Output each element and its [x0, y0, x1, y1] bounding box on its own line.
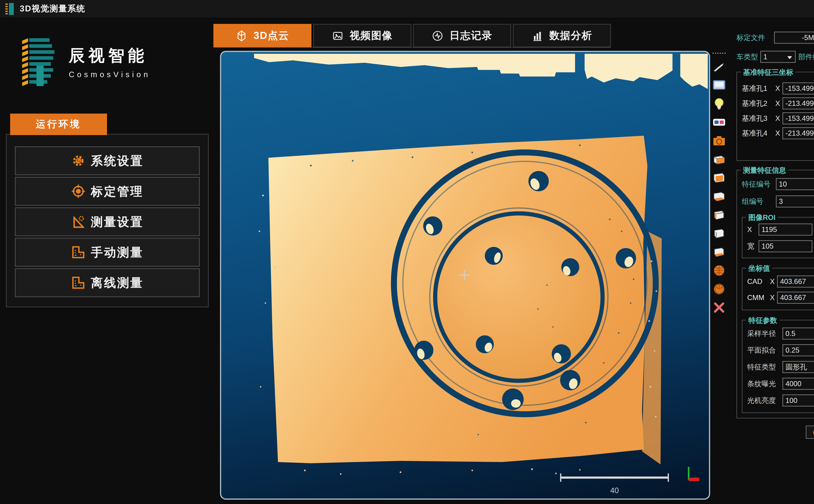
- cube-view-5-icon[interactable]: [712, 226, 727, 240]
- datum3-x-input[interactable]: [782, 112, 814, 124]
- env-tab[interactable]: 运行环境: [10, 114, 107, 135]
- activity-icon: [432, 30, 443, 42]
- sample-radius-input[interactable]: [782, 328, 814, 339]
- tab-3d-pointcloud[interactable]: 3D点云: [213, 24, 311, 47]
- tab-video-image[interactable]: 视频图像: [313, 24, 411, 47]
- tab-data-analysis[interactable]: 数据分析: [513, 24, 611, 47]
- setsquare-gear-icon: [71, 215, 85, 229]
- param-label: 条纹曝光: [747, 379, 779, 389]
- add-button[interactable]: 增加: [806, 426, 814, 439]
- param-label: 平面拟合: [747, 345, 779, 355]
- gear-wrench-icon: [71, 154, 85, 168]
- param-label: 光机亮度: [747, 395, 779, 406]
- fringe-exposure-input[interactable]: [782, 378, 814, 390]
- app-title: 3D视觉测量系统: [20, 4, 85, 14]
- voxel-sphere-1-icon[interactable]: [712, 263, 727, 277]
- roi-group-title: 图像ROI: [746, 213, 778, 223]
- sidebar-item-label: 手动测量: [91, 244, 143, 260]
- viewport-toolbar: [710, 53, 728, 314]
- ruler-icon: [71, 245, 85, 259]
- group-no-input[interactable]: [776, 196, 814, 207]
- parameters-panel: 标定文件 加载文件 车类型 1 部件编号 1 滑框编号 1 基准特征三坐标 基准…: [737, 24, 814, 439]
- datum1-x-input[interactable]: [782, 83, 814, 94]
- tab-label: 视频图像: [350, 29, 393, 42]
- cube-view-3-icon[interactable]: [712, 189, 727, 203]
- toolbar-drag-handle[interactable]: [713, 53, 726, 54]
- cube-view-1-icon[interactable]: [712, 152, 727, 166]
- datum-group: 基准特征三坐标 基准孔1 X Y Z 基准孔2 X Y Z 基准孔3 X Y Z…: [737, 72, 814, 161]
- table-row: 基准孔1 X Y Z: [742, 83, 814, 94]
- sidebar-item-label: 系统设置: [91, 153, 143, 169]
- datum-group-title: 基准特征三坐标: [741, 68, 796, 78]
- params-group-title: 特征参数: [746, 316, 779, 326]
- projector-brightness-input[interactable]: [782, 394, 814, 406]
- flange-inner-disc: [435, 213, 603, 381]
- feature-group-title: 测量特征信息: [741, 166, 788, 176]
- sidebar-item-system-settings[interactable]: 系统设置: [15, 147, 200, 175]
- brand-name-en: CosmosVision: [69, 70, 151, 79]
- sidebar-item-label: 标定管理: [91, 183, 143, 199]
- vehicle-type-label: 车类型: [737, 52, 758, 62]
- cube-view-6-icon[interactable]: [712, 245, 727, 259]
- plane-fit-input[interactable]: [782, 344, 814, 356]
- tab-label: 日志记录: [449, 29, 492, 42]
- param-label: 特征类型: [747, 362, 779, 372]
- datum2-x-input[interactable]: [782, 98, 814, 109]
- cad-x-input[interactable]: [777, 276, 814, 287]
- cube-icon: [236, 30, 247, 42]
- brand-block: 辰视智能 CosmosVision: [21, 36, 151, 87]
- voxel-sphere-2-icon[interactable]: [712, 281, 727, 296]
- sidebar-item-label: 离线测量: [91, 275, 143, 291]
- calibration-file-input[interactable]: [774, 32, 814, 44]
- table-row: 基准孔2 X Y Z: [742, 98, 814, 109]
- camera-icon[interactable]: [712, 133, 727, 148]
- table-row: 基准孔4 X Y Z: [742, 127, 814, 139]
- roi-w-input[interactable]: [759, 240, 812, 252]
- tab-label: 3D点云: [253, 29, 289, 42]
- scale-bar: 40: [561, 473, 668, 495]
- sidebar-item-calibration[interactable]: 标定管理: [15, 177, 200, 206]
- target-icon: [71, 184, 85, 198]
- roi-x-input[interactable]: [759, 224, 812, 235]
- cube-view-2-icon[interactable]: [712, 170, 727, 185]
- vehicle-type-select[interactable]: 1: [760, 51, 796, 63]
- axis-indicator: [689, 467, 699, 481]
- pointcloud-viewport[interactable]: 40: [220, 51, 710, 500]
- display-icon[interactable]: [712, 78, 727, 92]
- roi-group: 图像ROI X Y 宽 高 左图ROI: [742, 217, 814, 258]
- pencil-icon[interactable]: [712, 59, 727, 74]
- table-row: CMM X Y Z: [747, 292, 814, 304]
- cube-view-4-icon[interactable]: [712, 207, 727, 222]
- image-icon: [332, 30, 344, 42]
- params-group: 特征参数 采样半径 滤波核 平面拟合 搜索半 特征类型 圆形孔 识别阈: [742, 320, 814, 413]
- brand-logo-icon: [21, 36, 59, 87]
- param-label: 采样半径: [747, 329, 779, 339]
- app-logo-icon: [5, 2, 15, 16]
- app-window: 3D视觉测量系统 设置 ▬ ▢ ✕ 辰视智能 CosmosVisio: [0, 0, 814, 504]
- feature-group: 测量特征信息 特征编号 10 修改特征编号 组编号 图像ROI X: [737, 170, 814, 418]
- table-row: CAD X Y Z: [747, 276, 814, 287]
- feature-no-label: 特征编号: [742, 179, 773, 189]
- pointcloud-top-band: [254, 54, 575, 77]
- delete-x-icon[interactable]: [712, 300, 727, 314]
- sidebar-item-measure-settings[interactable]: 测量设置: [15, 207, 200, 236]
- feature-type-select[interactable]: 圆形孔: [782, 361, 814, 373]
- feature-no-select[interactable]: 10: [776, 178, 814, 190]
- bulb-icon[interactable]: [712, 96, 727, 111]
- coords-group-title: 坐标值: [746, 264, 772, 274]
- sidebar-item-manual-measure[interactable]: 手动测量: [15, 238, 200, 266]
- sidebar-item-offline-measure[interactable]: 离线测量: [15, 268, 200, 297]
- datum4-x-input[interactable]: [782, 127, 814, 139]
- glasses-3d-icon[interactable]: [712, 115, 727, 129]
- calibration-file-label: 标定文件: [737, 33, 771, 43]
- tab-log[interactable]: 日志记录: [413, 24, 511, 47]
- cmm-x-input[interactable]: [777, 292, 814, 304]
- roi-w-label: 宽: [747, 241, 756, 251]
- coords-group: 坐标值 CAD X Y Z CMM X Y Z: [742, 268, 814, 310]
- bar-chart-icon: [531, 30, 543, 42]
- view-tabs: 3D点云 视频图像 日志记录 数据分析: [213, 24, 611, 48]
- plus-circle-icon: [813, 428, 814, 436]
- table-row: 基准孔3 X Y Z: [742, 112, 814, 124]
- ruler-icon: [71, 276, 85, 290]
- sidebar-item-label: 测量设置: [91, 214, 143, 230]
